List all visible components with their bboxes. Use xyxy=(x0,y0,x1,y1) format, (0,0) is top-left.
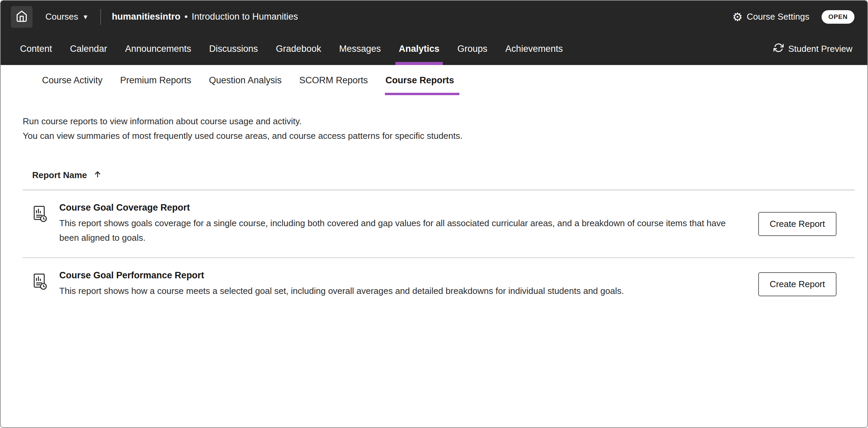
course-id: humanitiesintro xyxy=(112,12,181,22)
tab-announcements[interactable]: Announcements xyxy=(125,33,191,65)
tab-analytics[interactable]: Analytics xyxy=(399,33,439,65)
course-nav-bar: Content Calendar Announcements Discussio… xyxy=(1,33,867,65)
courses-menu-label: Courses xyxy=(45,12,78,22)
course-title-separator: • xyxy=(184,12,187,22)
course-settings-label: Course Settings xyxy=(747,12,809,22)
intro-line-1: Run course reports to view information a… xyxy=(23,114,855,129)
chevron-down-icon: ▾ xyxy=(84,13,87,21)
report-title: Course Goal Performance Report xyxy=(59,270,737,281)
intro-line-2: You can view summaries of most frequentl… xyxy=(23,129,855,143)
vertical-divider xyxy=(100,9,101,25)
tab-achievements[interactable]: Achievements xyxy=(505,33,563,65)
student-preview-label: Student Preview xyxy=(788,44,852,54)
open-status-badge[interactable]: OPEN xyxy=(822,10,854,24)
tab-content[interactable]: Content xyxy=(20,33,52,65)
sort-ascending-icon xyxy=(93,170,102,181)
subtab-course-activity[interactable]: Course Activity xyxy=(42,65,103,95)
report-title: Course Goal Coverage Report xyxy=(59,202,737,213)
top-bar: Courses ▾ humanitiesintro • Introduction… xyxy=(1,1,867,33)
student-preview-button[interactable]: Student Preview xyxy=(771,42,854,56)
gear-icon: ⚙ xyxy=(732,11,742,23)
report-row: Course Goal Coverage Report This report … xyxy=(23,190,855,257)
analytics-subtabs: Course Activity Premium Reports Question… xyxy=(1,65,867,95)
report-document-icon xyxy=(32,273,48,291)
tab-discussions[interactable]: Discussions xyxy=(209,33,258,65)
subtab-question-analysis[interactable]: Question Analysis xyxy=(209,65,282,95)
report-name-header-label: Report Name xyxy=(32,170,87,180)
report-row: Course Goal Performance Report This repo… xyxy=(23,258,855,311)
tab-messages[interactable]: Messages xyxy=(339,33,381,65)
course-nav-tabs: Content Calendar Announcements Discussio… xyxy=(20,33,581,65)
intro-text: Run course reports to view information a… xyxy=(23,114,855,143)
subtab-course-reports[interactable]: Course Reports xyxy=(386,65,454,95)
report-description: This report shows how a course meets a s… xyxy=(59,284,737,298)
top-bar-left: Courses ▾ humanitiesintro • Introduction… xyxy=(11,1,298,33)
home-button[interactable] xyxy=(11,6,33,28)
report-description: This report shows goals coverage for a s… xyxy=(59,216,737,245)
report-info: Course Goal Performance Report This repo… xyxy=(59,270,757,298)
report-info: Course Goal Coverage Report This report … xyxy=(59,202,757,245)
create-report-button[interactable]: Create Report xyxy=(758,212,836,236)
create-report-button[interactable]: Create Report xyxy=(758,272,836,296)
tab-gradebook[interactable]: Gradebook xyxy=(276,33,321,65)
course-page: Courses ▾ humanitiesintro • Introduction… xyxy=(0,0,868,428)
report-document-icon xyxy=(32,205,48,223)
subtab-scorm-reports[interactable]: SCORM Reports xyxy=(299,65,368,95)
tab-groups[interactable]: Groups xyxy=(457,33,488,65)
course-settings-button[interactable]: ⚙ Course Settings xyxy=(730,11,811,23)
subtab-premium-reports[interactable]: Premium Reports xyxy=(120,65,191,95)
courses-menu-button[interactable]: Courses ▾ xyxy=(43,11,89,22)
course-name: Introduction to Humanities xyxy=(192,12,298,22)
tab-calendar[interactable]: Calendar xyxy=(70,33,107,65)
refresh-icon xyxy=(773,43,784,55)
course-reports-panel: Run course reports to view information a… xyxy=(1,95,867,427)
course-title: humanitiesintro • Introduction to Humani… xyxy=(112,12,298,22)
top-bar-right: ⚙ Course Settings OPEN xyxy=(730,10,854,24)
report-name-column-header[interactable]: Report Name xyxy=(23,170,855,181)
home-icon xyxy=(16,10,28,23)
